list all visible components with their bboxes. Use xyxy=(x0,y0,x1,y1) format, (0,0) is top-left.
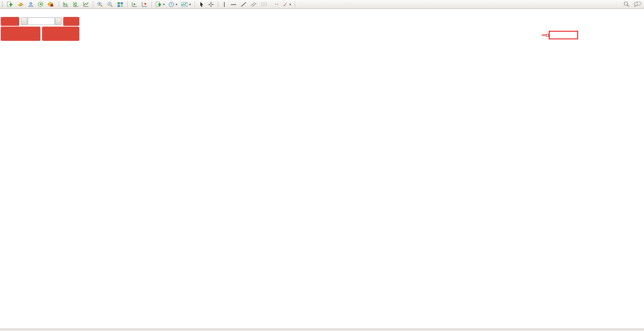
price-callout-label[interactable] xyxy=(549,31,578,39)
chart-title-bar xyxy=(2,11,11,16)
price-callout-anchor xyxy=(546,34,549,37)
one-click-trading-panel xyxy=(1,17,79,41)
mt4-window: { "toolbar": { "new_order": "新订单", "auto… xyxy=(0,0,644,331)
chart-canvas[interactable] xyxy=(0,0,644,331)
window-bottom-strip xyxy=(0,329,644,331)
buy-button[interactable] xyxy=(63,17,79,26)
sell-button[interactable] xyxy=(1,17,19,26)
buy-price-button[interactable] xyxy=(42,27,79,41)
volume-decrease-button[interactable] xyxy=(21,17,27,25)
volume-input[interactable] xyxy=(28,17,55,25)
volume-increase-button[interactable] xyxy=(55,17,62,25)
sell-price-button[interactable] xyxy=(1,27,40,41)
